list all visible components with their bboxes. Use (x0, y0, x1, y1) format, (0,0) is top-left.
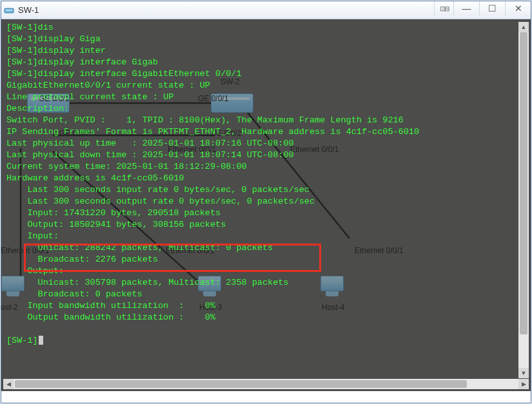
horizontal-scroll-thumb[interactable] (15, 380, 467, 388)
app-icon (4, 5, 14, 15)
app-window: SW-1 ⊡⊟ — ☐ ✕ SW-2 GE 0/0/1 GE 0/0/ (1, 1, 531, 403)
maximize-button[interactable]: ☐ (479, 1, 505, 15)
titlebar[interactable]: SW-1 ⊡⊟ — ☐ ✕ (1, 1, 531, 19)
vertical-scroll-thumb[interactable] (520, 32, 527, 334)
window-controls: ⊡⊟ — ☐ ✕ (434, 1, 531, 15)
vertical-scrollbar[interactable]: ▲ ▼ (518, 22, 529, 378)
svg-rect-1 (6, 10, 12, 11)
scroll-up-arrow-icon[interactable]: ▲ (518, 22, 529, 32)
dock-button[interactable]: ⊡⊟ (434, 1, 453, 15)
horizontal-scrollbar[interactable]: ◀ ▶ (3, 379, 529, 389)
scroll-down-arrow-icon[interactable]: ▼ (518, 368, 529, 378)
scroll-left-arrow-icon[interactable]: ◀ (3, 379, 14, 389)
scroll-right-arrow-icon[interactable]: ▶ (518, 379, 529, 389)
content-area: SW-2 GE 0/0/1 GE 0/0/1 GE 0/0/2 GE 0/0/2… (1, 19, 531, 391)
terminal-output[interactable]: [SW-1]dis [SW-1]display Giga [SW-1]displ… (6, 22, 518, 377)
close-button[interactable]: ✕ (505, 1, 531, 15)
minimize-button[interactable]: — (453, 1, 479, 15)
window-title: SW-1 (18, 5, 39, 15)
